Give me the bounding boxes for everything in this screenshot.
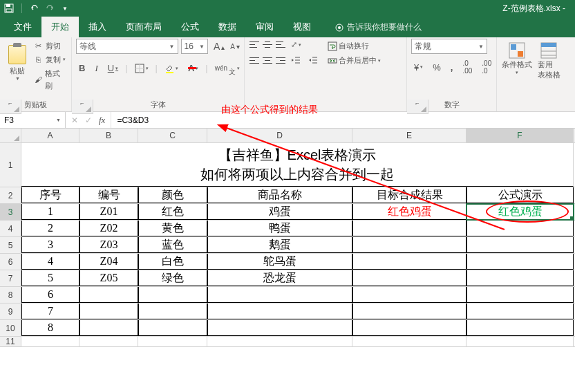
- cell[interactable]: 鹅蛋: [207, 237, 352, 253]
- currency-button[interactable]: ¥▾: [411, 61, 426, 74]
- tab-review[interactable]: 审阅: [246, 17, 283, 37]
- cell[interactable]: 1: [21, 204, 79, 220]
- row-header-4[interactable]: 4: [0, 221, 21, 237]
- cell[interactable]: [352, 287, 466, 303]
- row-header-1[interactable]: 1: [0, 143, 21, 187]
- italic-button[interactable]: I: [92, 62, 100, 75]
- decrease-decimal-icon[interactable]: .00.0: [479, 58, 494, 76]
- fx-icon[interactable]: fx: [99, 115, 105, 126]
- align-bottom-icon[interactable]: [275, 40, 286, 50]
- comma-button[interactable]: ,: [448, 61, 456, 74]
- cell[interactable]: Z01: [79, 204, 138, 220]
- align-right-icon[interactable]: [275, 55, 286, 65]
- spreadsheet-grid[interactable]: ABCDEF 1234567891011 【吉祥鱼】Excel表格演示如何将两项…: [0, 129, 575, 347]
- cell[interactable]: [207, 320, 352, 336]
- row-header-11[interactable]: 11: [0, 337, 21, 347]
- align-left-icon[interactable]: [249, 55, 260, 65]
- column-header-B[interactable]: B: [79, 129, 138, 142]
- paste-button[interactable]: 粘贴 ▼: [4, 39, 31, 87]
- cell[interactable]: [466, 270, 574, 286]
- font-size-combo[interactable]: 16▼: [181, 39, 208, 54]
- cancel-formula-icon[interactable]: ✕: [71, 115, 78, 125]
- tab-file[interactable]: 文件: [4, 17, 41, 37]
- tab-layout[interactable]: 页面布局: [116, 17, 171, 37]
- cell[interactable]: [466, 304, 574, 319]
- fill-color-button[interactable]: ▾: [162, 62, 181, 75]
- column-header-E[interactable]: E: [352, 129, 466, 142]
- align-middle-icon[interactable]: [262, 40, 273, 50]
- redo-icon[interactable]: [45, 3, 55, 13]
- cell[interactable]: Z03: [79, 237, 138, 253]
- phonetic-button[interactable]: wén文▾: [212, 58, 243, 78]
- qat-customize-icon[interactable]: ▼: [60, 3, 70, 13]
- tab-home[interactable]: 开始: [41, 17, 79, 37]
- cell[interactable]: 2: [21, 221, 79, 236]
- row-header-3[interactable]: 3: [0, 204, 21, 221]
- cut-button[interactable]: ✂剪切: [34, 39, 67, 53]
- shrink-font-button[interactable]: A▾: [230, 43, 240, 50]
- conditional-format-button[interactable]: 条件格式▾: [501, 39, 533, 80]
- cell[interactable]: [352, 221, 466, 236]
- cell[interactable]: [207, 287, 352, 303]
- cell[interactable]: [79, 304, 138, 319]
- cell[interactable]: [352, 237, 466, 253]
- cell[interactable]: [352, 304, 466, 319]
- cell[interactable]: Z02: [79, 221, 138, 236]
- cell[interactable]: [352, 337, 466, 346]
- underline-button[interactable]: U▾: [105, 62, 121, 75]
- table-format-button[interactable]: 套用 表格格: [533, 39, 565, 80]
- cell[interactable]: [466, 320, 574, 336]
- cell[interactable]: 恐龙蛋: [207, 270, 352, 286]
- cell[interactable]: [466, 337, 574, 346]
- cell[interactable]: [352, 320, 466, 336]
- name-box[interactable]: F3▼: [0, 112, 66, 128]
- cell[interactable]: 8: [21, 320, 79, 336]
- row-header-9[interactable]: 9: [0, 304, 21, 320]
- tab-formulas[interactable]: 公式: [171, 17, 209, 37]
- decrease-indent-icon[interactable]: [288, 55, 303, 66]
- cell[interactable]: 序号: [21, 187, 79, 203]
- increase-decimal-icon[interactable]: .0.00: [460, 58, 475, 76]
- save-icon[interactable]: [4, 3, 14, 13]
- cell[interactable]: [466, 287, 574, 303]
- tab-view[interactable]: 视图: [283, 17, 321, 37]
- font-color-button[interactable]: A▾: [185, 62, 201, 75]
- cell[interactable]: 白色: [138, 254, 207, 270]
- cell[interactable]: [207, 304, 352, 319]
- borders-button[interactable]: ▾: [132, 62, 151, 75]
- cell[interactable]: [138, 304, 207, 319]
- cell[interactable]: Z04: [79, 254, 138, 270]
- cell[interactable]: 鸭蛋: [207, 221, 352, 236]
- cell[interactable]: [79, 320, 138, 336]
- cell[interactable]: 目标合成结果: [352, 187, 466, 203]
- merge-center-button[interactable]: 合并后居中▾: [328, 53, 381, 68]
- cell[interactable]: [466, 237, 574, 253]
- cell[interactable]: [138, 287, 207, 303]
- cell[interactable]: 4: [21, 254, 79, 270]
- formula-input[interactable]: =C3&D3: [111, 115, 575, 125]
- cell[interactable]: 3: [21, 237, 79, 253]
- undo-icon[interactable]: [30, 3, 39, 13]
- cell[interactable]: 5: [21, 270, 79, 286]
- column-header-F[interactable]: F: [466, 129, 574, 142]
- tell-me[interactable]: 告诉我你想要做什么: [328, 17, 428, 37]
- orientation-button[interactable]: ⤢▾: [288, 39, 304, 50]
- column-header-D[interactable]: D: [207, 129, 352, 142]
- cell[interactable]: 7: [21, 304, 79, 319]
- cell[interactable]: 6: [21, 287, 79, 303]
- cell[interactable]: 鸵鸟蛋: [207, 254, 352, 270]
- cell[interactable]: 红色鸡蛋: [466, 204, 574, 220]
- grow-font-button[interactable]: A▴: [214, 41, 225, 52]
- copy-button[interactable]: ⎘复制▾: [34, 53, 67, 66]
- increase-indent-icon[interactable]: [305, 55, 321, 66]
- cell[interactable]: Z05: [79, 270, 138, 286]
- column-header-A[interactable]: A: [21, 129, 79, 142]
- tab-data[interactable]: 数据: [209, 17, 246, 37]
- accept-formula-icon[interactable]: ✓: [85, 115, 92, 125]
- number-format-combo[interactable]: 常规▼: [411, 39, 487, 54]
- row-header-7[interactable]: 7: [0, 270, 21, 287]
- cell[interactable]: [138, 337, 207, 346]
- wrap-text-button[interactable]: 自动换行: [328, 39, 381, 53]
- cell[interactable]: [207, 337, 352, 346]
- column-header-C[interactable]: C: [138, 129, 207, 142]
